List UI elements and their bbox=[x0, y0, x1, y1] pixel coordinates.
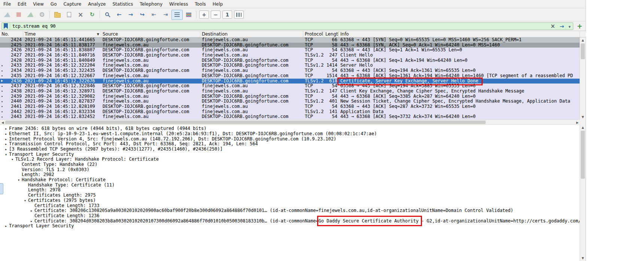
expand-icon[interactable]: ▸ bbox=[3, 224, 9, 229]
filter-dropdown-icon[interactable] bbox=[566, 22, 573, 30]
packet-list-scrollbar[interactable] bbox=[580, 37, 586, 119]
scroll-left-icon[interactable] bbox=[0, 120, 5, 125]
filter-input[interactable] bbox=[10, 24, 548, 29]
menu-go[interactable]: Go bbox=[47, 0, 60, 8]
packet-row[interactable]: 24372021-09-24 16:45:12.322846DESKTOP-IO… bbox=[0, 84, 580, 89]
detail-line[interactable]: Certificate Length: 1236 bbox=[0, 213, 580, 219]
menu-help[interactable]: Help bbox=[209, 0, 226, 8]
collapse-icon[interactable]: ▾ bbox=[9, 157, 15, 162]
expand-icon[interactable]: ▸ bbox=[3, 126, 9, 131]
resize-columns-button[interactable] bbox=[234, 10, 244, 19]
detail-line[interactable]: ▸Ethernet II, Src: ip-10-9-23-1.eu-west-… bbox=[0, 131, 580, 137]
detail-line[interactable]: ▸Internet Protocol Version 4, Src: finej… bbox=[0, 137, 580, 142]
packet-row[interactable]: 24432021-09-24 16:45:12.832452finejewels… bbox=[0, 114, 580, 119]
scroll-down-icon[interactable] bbox=[580, 114, 586, 119]
save-file-button[interactable] bbox=[63, 10, 75, 20]
capture-options-button[interactable]: ⚙ bbox=[36, 10, 48, 20]
menu-edit[interactable]: Edit bbox=[14, 0, 30, 8]
packet-row[interactable]: 24392021-09-24 16:45:12.329082finejewels… bbox=[0, 94, 580, 99]
packet-row[interactable]: 24422021-09-24 16:45:12.832334DESKTOP-IO… bbox=[0, 109, 580, 115]
bookmark-button[interactable] bbox=[2, 23, 10, 30]
capture-restart-button[interactable] bbox=[25, 10, 36, 20]
packet-row[interactable]: 24342021-09-24 16:45:12.322435DESKTOP-IO… bbox=[0, 68, 580, 73]
detail-line[interactable]: ▾TLSv1.2 Record Layer: Handshake Protoco… bbox=[0, 157, 580, 162]
detail-line[interactable]: ▸Transport Layer Security bbox=[0, 224, 580, 229]
packet-row[interactable]: 24272021-09-24 16:45:11.840716DESKTOP-IO… bbox=[0, 53, 580, 58]
go-to-packet-button[interactable]: ↪ bbox=[137, 10, 148, 20]
scrollbar-thumb[interactable] bbox=[581, 131, 585, 179]
packet-row[interactable]: 24262021-09-24 16:45:11.838807DESKTOP-IO… bbox=[0, 48, 580, 53]
packet-row[interactable]: 24412021-09-24 16:45:12.828109DESKTOP-IO… bbox=[0, 104, 580, 109]
scroll-down-icon[interactable] bbox=[580, 256, 586, 261]
hscrollbar-thumb[interactable] bbox=[5, 121, 486, 124]
packet-row[interactable]: 24352021-09-24 16:45:12.322667finejewels… bbox=[0, 73, 580, 79]
scroll-right-icon[interactable] bbox=[575, 120, 580, 125]
expand-icon[interactable]: ▸ bbox=[3, 137, 9, 142]
column-header-source[interactable]: Source bbox=[101, 31, 200, 37]
reload-file-button[interactable]: ↻ bbox=[86, 10, 98, 20]
collapse-icon[interactable]: ▾ bbox=[3, 152, 9, 157]
auto-scroll-button[interactable] bbox=[171, 10, 183, 20]
column-header-info[interactable]: Info bbox=[339, 31, 580, 37]
detail-line[interactable]: ▾Certificates (2975 bytes) bbox=[0, 198, 580, 203]
clear-filter-icon[interactable] bbox=[548, 22, 558, 30]
menu-statistics[interactable]: Statistics bbox=[109, 0, 136, 8]
go-back-button[interactable]: ← bbox=[113, 10, 125, 20]
go-forward-button[interactable]: → bbox=[125, 10, 136, 20]
collapse-icon[interactable]: ▾ bbox=[22, 198, 28, 203]
packet-row[interactable]: 24282021-09-24 16:45:11.840849finejewels… bbox=[0, 58, 580, 63]
scrollbar-thumb[interactable] bbox=[581, 43, 585, 59]
expand-icon[interactable]: ▸ bbox=[28, 219, 34, 224]
menu-file[interactable]: File bbox=[0, 0, 14, 8]
packet-row[interactable]: 24332021-09-24 16:45:12.322204finejewels… bbox=[0, 63, 580, 68]
column-header-no[interactable]: No. bbox=[0, 31, 23, 37]
detail-line[interactable]: Certificates Length: 2975 bbox=[0, 193, 580, 198]
menu-view[interactable]: View bbox=[30, 0, 47, 8]
detail-line[interactable]: Handshake Type: Certificate (11) bbox=[0, 183, 580, 188]
column-header-length[interactable]: Length bbox=[324, 31, 339, 37]
column-header-time[interactable]: Time▼ bbox=[23, 31, 101, 37]
menu-capture[interactable]: Capture bbox=[60, 0, 85, 8]
capture-stop-button[interactable] bbox=[13, 10, 24, 20]
detail-line[interactable]: Length: 2982 bbox=[0, 172, 580, 177]
expand-icon[interactable]: ▸ bbox=[28, 208, 34, 213]
capture-start-button[interactable] bbox=[1, 10, 13, 20]
detail-line[interactable]: ▸Frame 2436: 618 bytes on wire (4944 bit… bbox=[0, 126, 580, 131]
packet-row-selected[interactable]: 24362021-09-24 16:45:12.322676finejewels… bbox=[0, 79, 580, 84]
detail-line[interactable]: ▸Transmission Control Protocol, Src Port… bbox=[0, 142, 580, 147]
packet-row[interactable]: 24382021-09-24 16:45:12.328971DESKTOP-IO… bbox=[0, 89, 580, 94]
detail-line[interactable]: Length: 2978 bbox=[0, 188, 580, 193]
detail-line[interactable]: ▾Transport Layer Security bbox=[0, 152, 580, 157]
packet-row[interactable]: 24242021-09-24 16:45:11.441665DESKTOP-IO… bbox=[0, 37, 580, 43]
column-header-destination[interactable]: Destination bbox=[200, 31, 303, 37]
go-first-packet-button[interactable]: ⇤ bbox=[148, 10, 160, 20]
menu-tools[interactable]: Tools bbox=[191, 0, 209, 8]
find-packet-button[interactable] bbox=[102, 10, 113, 20]
filter-field[interactable] bbox=[1, 22, 573, 30]
scroll-up-icon[interactable] bbox=[580, 37, 586, 43]
detail-line[interactable]: Certificate Length: 1733 bbox=[0, 203, 580, 209]
pane-splitter-grip[interactable] bbox=[0, 183, 3, 194]
zoom-in-button[interactable]: + bbox=[199, 10, 209, 19]
go-last-packet-button[interactable]: ⇥ bbox=[160, 10, 171, 20]
zoom-100-button[interactable]: 1 bbox=[222, 10, 232, 19]
detail-line[interactable]: Content Type: Handshake (22) bbox=[0, 162, 580, 167]
open-file-button[interactable] bbox=[52, 10, 63, 20]
menu-telephony[interactable]: Telephony bbox=[136, 0, 166, 8]
apply-filter-icon[interactable] bbox=[558, 22, 566, 30]
expand-icon[interactable]: ▸ bbox=[3, 147, 9, 152]
detail-line[interactable]: ▸Certificate: 308204d0308203b8a003020102… bbox=[0, 219, 580, 224]
scroll-up-icon[interactable] bbox=[580, 125, 586, 130]
expand-icon[interactable]: ▸ bbox=[3, 131, 9, 137]
zoom-out-button[interactable]: − bbox=[211, 10, 221, 19]
detail-line[interactable]: ▸Certificate: 308206c1308205a9a003020102… bbox=[0, 208, 580, 213]
expand-icon[interactable]: ▸ bbox=[3, 142, 9, 147]
menu-analyze[interactable]: Analyze bbox=[85, 0, 109, 8]
detail-line[interactable]: ▾Handshake Protocol: Certificate bbox=[0, 177, 580, 183]
packet-row[interactable]: 24252021-09-24 16:45:11.838177finejewels… bbox=[0, 43, 580, 48]
add-filter-button[interactable] bbox=[575, 22, 584, 30]
packet-list-hscrollbar[interactable] bbox=[0, 119, 580, 125]
collapse-icon[interactable]: ▾ bbox=[16, 177, 22, 183]
detail-line[interactable]: Version: TLS 1.2 (0x0303) bbox=[0, 167, 580, 173]
close-file-button[interactable]: × bbox=[75, 10, 86, 20]
